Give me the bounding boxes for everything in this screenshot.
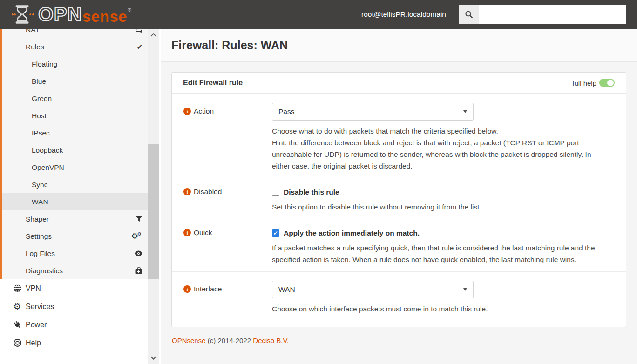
sidebar-item-services[interactable]: ⚙ Services (0, 297, 148, 316)
sidebar-item-host[interactable]: Host (0, 107, 148, 124)
hourglass-icon (12, 4, 34, 25)
life-ring-icon (13, 339, 21, 347)
field-label: Quick (194, 229, 212, 237)
sidebar-item-green[interactable]: Green (0, 90, 148, 107)
action-select-value: Pass (278, 108, 463, 116)
eye-icon (135, 250, 142, 256)
sidebar-item-label: Power (26, 321, 47, 329)
gears-icon: ⚙⚙ (131, 232, 142, 240)
info-icon[interactable]: i (183, 108, 191, 115)
sidebar-item-ipsec[interactable]: IPsec (0, 124, 148, 142)
sidebar-item-settings[interactable]: Settings ⚙⚙ (0, 228, 148, 245)
form-row-disabled: i Disabled Disable this rule Set this op… (172, 178, 626, 219)
sidebar-item-diagnostics[interactable]: Diagnostics (0, 262, 148, 279)
sidebar-item-label: Shaper (26, 215, 49, 223)
brand-logo[interactable]: OPN sense ® (0, 4, 131, 25)
medkit-icon (135, 267, 142, 274)
scroll-down-icon[interactable] (148, 353, 159, 363)
sidebar-item-help[interactable]: Help (0, 334, 148, 352)
form-row-quick: i Quick ✓ Apply the action immediately o… (172, 219, 626, 271)
info-icon[interactable]: i (183, 188, 191, 195)
sidebar-item-label: NAT (26, 29, 40, 34)
sidebar-item-blue[interactable]: Blue (0, 73, 148, 90)
main-content: Firewall: Rules: WAN Edit Firewall rule … (161, 29, 637, 364)
interface-select-value: WAN (278, 285, 463, 294)
disabled-checkbox[interactable] (272, 189, 279, 196)
sidebar-item-label: Help (26, 339, 41, 347)
sidebar-item-vpn[interactable]: VPN (0, 279, 148, 297)
search-box (459, 5, 626, 24)
sidebar-item-label: WAN (32, 198, 48, 206)
globe-icon (13, 284, 21, 292)
brand-opn-text: OPN (38, 5, 82, 24)
chevron-down-icon (463, 288, 467, 291)
scrollbar-thumb[interactable] (148, 144, 159, 279)
field-label: Disabled (194, 188, 222, 196)
search-icon (465, 10, 473, 19)
footer-copyright: (c) 2014-2022 (208, 337, 251, 344)
sidebar-item-floating[interactable]: Floating (0, 55, 148, 73)
search-input[interactable] (479, 5, 626, 24)
check-icon: ✔ (136, 43, 142, 51)
sidebar-item-label: Services (26, 303, 54, 311)
sidebar-item-wan[interactable]: WAN (0, 193, 148, 210)
edit-firewall-rule-panel: Edit Firewall rule full help i Action Pa… (171, 72, 626, 327)
sidebar-item-label: Green (32, 94, 52, 103)
quick-checkbox[interactable]: ✓ (272, 229, 279, 237)
sidebar-item-shaper[interactable]: Shaper (0, 210, 148, 228)
field-label: Action (194, 107, 214, 115)
sidebar-item-openvpn[interactable]: OpenVPN (0, 159, 148, 176)
toggle-knob (607, 80, 614, 86)
sidebar-item-label: Diagnostics (26, 267, 63, 275)
action-help-text: Choose what to do with packets that matc… (272, 125, 608, 172)
bottom-menu-group: VPN ⚙ Services Power Help (0, 279, 148, 352)
sidebar-item-label: OpenVPN (32, 163, 64, 172)
page-header: Firewall: Rules: WAN (161, 29, 637, 62)
disabled-checkbox-label[interactable]: Disable this rule (284, 188, 339, 196)
scroll-up-icon[interactable] (148, 30, 159, 40)
full-help-label: full help (572, 79, 596, 87)
page-title: Firewall: Rules: WAN (171, 39, 288, 52)
sidebar-item-label: Blue (32, 77, 46, 86)
deciso-footer-link[interactable]: Deciso B.V. (253, 337, 289, 344)
sidebar-item-label: Loopback (32, 146, 63, 155)
interface-select[interactable]: WAN (272, 281, 474, 298)
form-row-partial (172, 321, 626, 327)
brand-registered-mark: ® (128, 7, 131, 13)
form-row-interface: i Interface WAN Choose on which interfac… (172, 271, 626, 321)
quick-help-text: If a packet matches a rule specifying qu… (272, 242, 608, 265)
sidebar-item-label: Log Files (26, 249, 55, 258)
sidebar-item-loopback[interactable]: Loopback (0, 142, 148, 159)
sidebar-scrollbar[interactable] (148, 29, 159, 364)
sidebar-item-log-files[interactable]: Log Files (0, 245, 148, 262)
sidebar: NAT Rules ✔ Floating Blue Green Host (0, 29, 161, 364)
sidebar-item-rules[interactable]: Rules ✔ (0, 38, 148, 55)
opnsense-footer-link[interactable]: OPNsense (172, 337, 206, 344)
sidebar-item-label: Host (32, 112, 47, 120)
field-label: Interface (194, 285, 222, 293)
form-row-action: i Action Pass Choose what to do with pac… (172, 94, 626, 178)
sidebar-item-label: Settings (26, 232, 52, 241)
search-addon (459, 5, 479, 24)
brand-sense-text: sense (82, 9, 127, 24)
full-help-toggle[interactable] (599, 79, 615, 87)
sidebar-item-nat[interactable]: NAT (0, 29, 148, 38)
sidebar-item-label: Sync (32, 181, 47, 189)
topbar: OPN sense ® root@tellisPR.localdomain (0, 0, 637, 29)
quick-checkbox-label[interactable]: Apply the action immediately on match. (284, 229, 420, 237)
sidebar-item-label: IPsec (32, 129, 50, 137)
plug-icon (13, 321, 21, 329)
chevron-down-icon (463, 110, 467, 113)
sidebar-item-power[interactable]: Power (0, 316, 148, 334)
panel-title: Edit Firewall rule (183, 79, 243, 87)
filter-icon (136, 216, 142, 222)
sidebar-item-label: Floating (32, 60, 57, 68)
cog-icon: ⚙ (13, 301, 21, 312)
action-select[interactable]: Pass (272, 103, 474, 121)
info-icon[interactable]: i (183, 229, 191, 236)
active-menu-strip (0, 29, 2, 279)
interface-help-text: Choose on which interface packets must c… (272, 303, 608, 315)
info-icon[interactable]: i (183, 285, 191, 293)
disabled-help-text: Set this option to disable this rule wit… (272, 201, 608, 213)
sidebar-item-sync[interactable]: Sync (0, 176, 148, 193)
